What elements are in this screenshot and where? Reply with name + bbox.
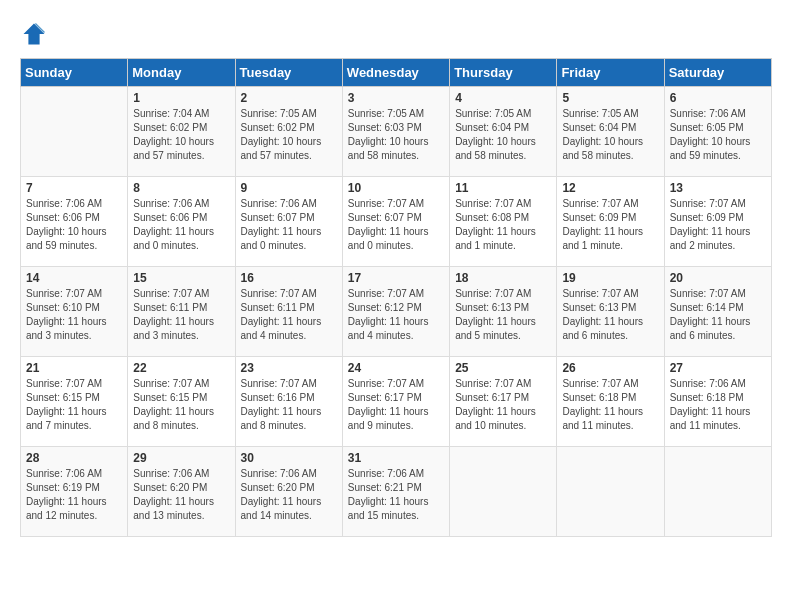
day-number: 30 bbox=[241, 451, 337, 465]
day-cell: 10Sunrise: 7:07 AM Sunset: 6:07 PM Dayli… bbox=[342, 177, 449, 267]
day-cell: 13Sunrise: 7:07 AM Sunset: 6:09 PM Dayli… bbox=[664, 177, 771, 267]
day-number: 16 bbox=[241, 271, 337, 285]
day-cell: 31Sunrise: 7:06 AM Sunset: 6:21 PM Dayli… bbox=[342, 447, 449, 537]
day-cell bbox=[664, 447, 771, 537]
day-cell: 11Sunrise: 7:07 AM Sunset: 6:08 PM Dayli… bbox=[450, 177, 557, 267]
day-info: Sunrise: 7:07 AM Sunset: 6:16 PM Dayligh… bbox=[241, 377, 337, 433]
day-info: Sunrise: 7:06 AM Sunset: 6:20 PM Dayligh… bbox=[133, 467, 229, 523]
day-number: 3 bbox=[348, 91, 444, 105]
day-cell: 8Sunrise: 7:06 AM Sunset: 6:06 PM Daylig… bbox=[128, 177, 235, 267]
calendar-body: 1Sunrise: 7:04 AM Sunset: 6:02 PM Daylig… bbox=[21, 87, 772, 537]
day-number: 2 bbox=[241, 91, 337, 105]
logo bbox=[20, 20, 52, 48]
day-number: 24 bbox=[348, 361, 444, 375]
week-row-0: 1Sunrise: 7:04 AM Sunset: 6:02 PM Daylig… bbox=[21, 87, 772, 177]
day-info: Sunrise: 7:06 AM Sunset: 6:18 PM Dayligh… bbox=[670, 377, 766, 433]
day-number: 29 bbox=[133, 451, 229, 465]
day-number: 6 bbox=[670, 91, 766, 105]
day-number: 31 bbox=[348, 451, 444, 465]
day-info: Sunrise: 7:07 AM Sunset: 6:10 PM Dayligh… bbox=[26, 287, 122, 343]
day-number: 15 bbox=[133, 271, 229, 285]
day-cell: 6Sunrise: 7:06 AM Sunset: 6:05 PM Daylig… bbox=[664, 87, 771, 177]
day-cell: 23Sunrise: 7:07 AM Sunset: 6:16 PM Dayli… bbox=[235, 357, 342, 447]
day-cell: 25Sunrise: 7:07 AM Sunset: 6:17 PM Dayli… bbox=[450, 357, 557, 447]
day-cell: 16Sunrise: 7:07 AM Sunset: 6:11 PM Dayli… bbox=[235, 267, 342, 357]
header-cell-friday: Friday bbox=[557, 59, 664, 87]
day-info: Sunrise: 7:05 AM Sunset: 6:04 PM Dayligh… bbox=[455, 107, 551, 163]
day-cell: 18Sunrise: 7:07 AM Sunset: 6:13 PM Dayli… bbox=[450, 267, 557, 357]
header-cell-tuesday: Tuesday bbox=[235, 59, 342, 87]
day-cell: 28Sunrise: 7:06 AM Sunset: 6:19 PM Dayli… bbox=[21, 447, 128, 537]
calendar-table: SundayMondayTuesdayWednesdayThursdayFrid… bbox=[20, 58, 772, 537]
day-info: Sunrise: 7:07 AM Sunset: 6:09 PM Dayligh… bbox=[670, 197, 766, 253]
day-cell: 17Sunrise: 7:07 AM Sunset: 6:12 PM Dayli… bbox=[342, 267, 449, 357]
day-info: Sunrise: 7:06 AM Sunset: 6:07 PM Dayligh… bbox=[241, 197, 337, 253]
day-info: Sunrise: 7:06 AM Sunset: 6:06 PM Dayligh… bbox=[26, 197, 122, 253]
day-number: 27 bbox=[670, 361, 766, 375]
day-cell: 30Sunrise: 7:06 AM Sunset: 6:20 PM Dayli… bbox=[235, 447, 342, 537]
header-cell-monday: Monday bbox=[128, 59, 235, 87]
day-info: Sunrise: 7:05 AM Sunset: 6:02 PM Dayligh… bbox=[241, 107, 337, 163]
day-number: 14 bbox=[26, 271, 122, 285]
header-cell-sunday: Sunday bbox=[21, 59, 128, 87]
day-cell: 4Sunrise: 7:05 AM Sunset: 6:04 PM Daylig… bbox=[450, 87, 557, 177]
day-number: 9 bbox=[241, 181, 337, 195]
day-info: Sunrise: 7:04 AM Sunset: 6:02 PM Dayligh… bbox=[133, 107, 229, 163]
day-number: 17 bbox=[348, 271, 444, 285]
week-row-2: 14Sunrise: 7:07 AM Sunset: 6:10 PM Dayli… bbox=[21, 267, 772, 357]
day-number: 11 bbox=[455, 181, 551, 195]
day-cell: 15Sunrise: 7:07 AM Sunset: 6:11 PM Dayli… bbox=[128, 267, 235, 357]
day-info: Sunrise: 7:06 AM Sunset: 6:19 PM Dayligh… bbox=[26, 467, 122, 523]
day-cell: 29Sunrise: 7:06 AM Sunset: 6:20 PM Dayli… bbox=[128, 447, 235, 537]
header-cell-thursday: Thursday bbox=[450, 59, 557, 87]
day-info: Sunrise: 7:07 AM Sunset: 6:11 PM Dayligh… bbox=[241, 287, 337, 343]
day-info: Sunrise: 7:06 AM Sunset: 6:05 PM Dayligh… bbox=[670, 107, 766, 163]
day-number: 13 bbox=[670, 181, 766, 195]
day-cell: 20Sunrise: 7:07 AM Sunset: 6:14 PM Dayli… bbox=[664, 267, 771, 357]
day-info: Sunrise: 7:07 AM Sunset: 6:09 PM Dayligh… bbox=[562, 197, 658, 253]
day-info: Sunrise: 7:07 AM Sunset: 6:07 PM Dayligh… bbox=[348, 197, 444, 253]
day-cell: 12Sunrise: 7:07 AM Sunset: 6:09 PM Dayli… bbox=[557, 177, 664, 267]
day-number: 10 bbox=[348, 181, 444, 195]
day-cell: 9Sunrise: 7:06 AM Sunset: 6:07 PM Daylig… bbox=[235, 177, 342, 267]
day-number: 8 bbox=[133, 181, 229, 195]
week-row-3: 21Sunrise: 7:07 AM Sunset: 6:15 PM Dayli… bbox=[21, 357, 772, 447]
day-info: Sunrise: 7:07 AM Sunset: 6:08 PM Dayligh… bbox=[455, 197, 551, 253]
header-row: SundayMondayTuesdayWednesdayThursdayFrid… bbox=[21, 59, 772, 87]
day-number: 4 bbox=[455, 91, 551, 105]
day-info: Sunrise: 7:07 AM Sunset: 6:17 PM Dayligh… bbox=[348, 377, 444, 433]
day-number: 7 bbox=[26, 181, 122, 195]
header-cell-saturday: Saturday bbox=[664, 59, 771, 87]
day-info: Sunrise: 7:07 AM Sunset: 6:14 PM Dayligh… bbox=[670, 287, 766, 343]
day-number: 28 bbox=[26, 451, 122, 465]
day-cell: 21Sunrise: 7:07 AM Sunset: 6:15 PM Dayli… bbox=[21, 357, 128, 447]
day-number: 18 bbox=[455, 271, 551, 285]
day-info: Sunrise: 7:07 AM Sunset: 6:13 PM Dayligh… bbox=[455, 287, 551, 343]
day-cell: 24Sunrise: 7:07 AM Sunset: 6:17 PM Dayli… bbox=[342, 357, 449, 447]
day-cell bbox=[450, 447, 557, 537]
day-number: 26 bbox=[562, 361, 658, 375]
day-info: Sunrise: 7:07 AM Sunset: 6:11 PM Dayligh… bbox=[133, 287, 229, 343]
day-info: Sunrise: 7:07 AM Sunset: 6:12 PM Dayligh… bbox=[348, 287, 444, 343]
day-info: Sunrise: 7:06 AM Sunset: 6:21 PM Dayligh… bbox=[348, 467, 444, 523]
day-info: Sunrise: 7:07 AM Sunset: 6:15 PM Dayligh… bbox=[26, 377, 122, 433]
logo-icon bbox=[20, 20, 48, 48]
day-cell: 22Sunrise: 7:07 AM Sunset: 6:15 PM Dayli… bbox=[128, 357, 235, 447]
week-row-4: 28Sunrise: 7:06 AM Sunset: 6:19 PM Dayli… bbox=[21, 447, 772, 537]
day-cell: 14Sunrise: 7:07 AM Sunset: 6:10 PM Dayli… bbox=[21, 267, 128, 357]
day-number: 5 bbox=[562, 91, 658, 105]
day-cell bbox=[21, 87, 128, 177]
day-number: 25 bbox=[455, 361, 551, 375]
day-cell: 5Sunrise: 7:05 AM Sunset: 6:04 PM Daylig… bbox=[557, 87, 664, 177]
day-info: Sunrise: 7:07 AM Sunset: 6:17 PM Dayligh… bbox=[455, 377, 551, 433]
page-header bbox=[20, 20, 772, 48]
day-cell: 1Sunrise: 7:04 AM Sunset: 6:02 PM Daylig… bbox=[128, 87, 235, 177]
day-cell: 7Sunrise: 7:06 AM Sunset: 6:06 PM Daylig… bbox=[21, 177, 128, 267]
day-cell bbox=[557, 447, 664, 537]
day-info: Sunrise: 7:06 AM Sunset: 6:20 PM Dayligh… bbox=[241, 467, 337, 523]
day-info: Sunrise: 7:06 AM Sunset: 6:06 PM Dayligh… bbox=[133, 197, 229, 253]
day-info: Sunrise: 7:07 AM Sunset: 6:18 PM Dayligh… bbox=[562, 377, 658, 433]
week-row-1: 7Sunrise: 7:06 AM Sunset: 6:06 PM Daylig… bbox=[21, 177, 772, 267]
day-cell: 2Sunrise: 7:05 AM Sunset: 6:02 PM Daylig… bbox=[235, 87, 342, 177]
day-number: 22 bbox=[133, 361, 229, 375]
